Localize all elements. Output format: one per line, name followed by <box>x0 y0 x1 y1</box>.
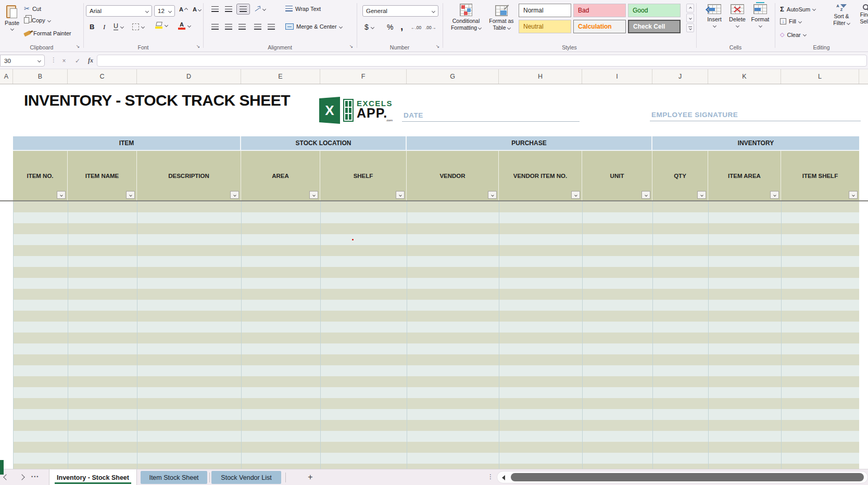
filter-button[interactable] <box>641 191 650 199</box>
table-cell[interactable] <box>583 278 653 289</box>
insert-dropdown-icon[interactable] <box>712 24 716 28</box>
table-cell[interactable] <box>321 365 407 376</box>
table-cell[interactable] <box>242 365 321 376</box>
table-cell[interactable] <box>499 420 583 431</box>
font-color-dropdown-icon[interactable] <box>187 24 191 28</box>
table-column-header-shelf[interactable]: SHELF <box>320 151 407 200</box>
table-cell[interactable] <box>14 267 68 278</box>
table-cell[interactable] <box>242 289 321 300</box>
table-cell[interactable] <box>14 409 68 420</box>
filter-button[interactable] <box>488 191 497 199</box>
column-header-H[interactable]: H <box>499 69 582 84</box>
table-cell[interactable] <box>653 453 709 464</box>
tab-item-stock-sheet[interactable]: Item Stock Sheet <box>141 471 207 484</box>
table-cell[interactable] <box>321 431 407 442</box>
number-dialog-launcher[interactable]: ↘ <box>435 44 441 49</box>
table-row[interactable] <box>14 201 859 212</box>
font-family-dropdown-icon[interactable] <box>145 9 149 12</box>
filter-button[interactable] <box>230 191 239 199</box>
table-row[interactable] <box>14 431 859 442</box>
insert-function-button[interactable]: fx <box>85 55 96 66</box>
table-cell[interactable] <box>14 212 68 223</box>
format-as-table-button[interactable]: Format as Table <box>486 5 517 31</box>
table-cell[interactable] <box>242 234 321 245</box>
table-cell[interactable] <box>407 376 499 387</box>
table-cell[interactable] <box>583 212 653 223</box>
table-cell[interactable] <box>583 201 653 212</box>
table-cell[interactable] <box>407 201 499 212</box>
table-cell[interactable] <box>782 365 859 376</box>
table-cell[interactable] <box>499 322 583 333</box>
increase-decimal-button[interactable]: ←.00 <box>411 25 421 30</box>
copy-button[interactable]: Copy <box>24 17 51 23</box>
underline-dropdown-icon[interactable] <box>120 24 124 28</box>
table-cell[interactable] <box>499 333 583 343</box>
table-row[interactable] <box>14 376 859 387</box>
filter-button[interactable] <box>571 191 580 199</box>
table-cell[interactable] <box>407 343 499 354</box>
table-cell[interactable] <box>583 376 653 387</box>
table-cell[interactable] <box>782 311 859 322</box>
table-cell[interactable] <box>68 278 137 289</box>
horizontal-scrollbar[interactable] <box>497 471 868 483</box>
decrease-decimal-button[interactable]: .00→ <box>425 25 436 30</box>
table-cell[interactable] <box>137 223 242 234</box>
table-cell[interactable] <box>583 289 653 300</box>
table-cell[interactable] <box>499 234 583 245</box>
table-cell[interactable] <box>321 278 407 289</box>
paste-dropdown-icon[interactable] <box>10 27 14 31</box>
increase-indent-button[interactable] <box>268 24 275 30</box>
table-cell[interactable] <box>583 343 653 354</box>
table-cell[interactable] <box>709 267 782 278</box>
table-cell[interactable] <box>407 300 499 311</box>
number-format-dropdown-icon[interactable] <box>432 9 435 12</box>
table-cell[interactable] <box>709 387 782 398</box>
table-cell[interactable] <box>499 387 583 398</box>
table-cell[interactable] <box>242 212 321 223</box>
table-cell[interactable] <box>709 223 782 234</box>
style-good[interactable]: Good <box>628 4 681 17</box>
table-cell[interactable] <box>321 333 407 343</box>
table-row[interactable] <box>14 365 859 376</box>
table-row[interactable] <box>14 420 859 431</box>
table-cell[interactable] <box>583 387 653 398</box>
filter-button[interactable] <box>849 191 858 199</box>
table-cell[interactable] <box>242 354 321 365</box>
table-cell[interactable] <box>137 365 242 376</box>
table-cell[interactable] <box>137 387 242 398</box>
table-cell[interactable] <box>407 398 499 409</box>
table-cell[interactable] <box>782 453 859 464</box>
table-cell[interactable] <box>14 453 68 464</box>
table-cell[interactable] <box>583 365 653 376</box>
column-header-B[interactable]: B <box>13 69 68 84</box>
table-cell[interactable] <box>14 343 68 354</box>
table-column-header-description[interactable]: DESCRIPTION <box>137 151 241 200</box>
table-cell[interactable] <box>709 420 782 431</box>
table-cell[interactable] <box>321 420 407 431</box>
table-column-header-vendor-item-no-[interactable]: VENDOR ITEM NO. <box>499 151 582 200</box>
table-cell[interactable] <box>137 398 242 409</box>
table-cell[interactable] <box>242 409 321 420</box>
table-cell[interactable] <box>137 333 242 343</box>
table-cell[interactable] <box>68 376 137 387</box>
table-cell[interactable] <box>137 420 242 431</box>
table-cell[interactable] <box>137 234 242 245</box>
table-cell[interactable] <box>709 376 782 387</box>
table-cell[interactable] <box>499 343 583 354</box>
formula-bar-handle-icon[interactable]: ⋮ <box>51 56 57 63</box>
table-cell[interactable] <box>68 300 137 311</box>
table-cell[interactable] <box>709 431 782 442</box>
table-cell[interactable] <box>68 365 137 376</box>
table-cell[interactable] <box>242 201 321 212</box>
sheet-area[interactable]: INVENTORY - STOCK TRACK SHEET X EXCELS A… <box>0 84 868 469</box>
font-color-button[interactable]: A <box>178 22 191 30</box>
table-cell[interactable] <box>321 300 407 311</box>
filter-button[interactable] <box>697 191 706 199</box>
style-check-cell[interactable]: Check Cell <box>628 20 681 33</box>
table-cell[interactable] <box>242 453 321 464</box>
table-cell[interactable] <box>321 245 407 256</box>
table-cell[interactable] <box>709 365 782 376</box>
table-cell[interactable] <box>14 398 68 409</box>
table-cell[interactable] <box>782 256 859 267</box>
table-cell[interactable] <box>68 420 137 431</box>
